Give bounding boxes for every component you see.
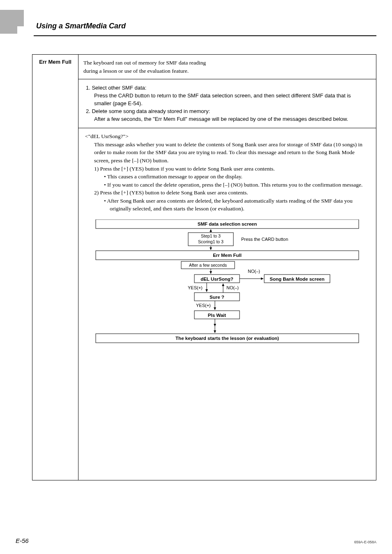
flow-yes-label-2: YES(+) [196, 302, 211, 309]
del-section-cell: <"dEL UsrSong?"> This message asks wheth… [78, 128, 376, 480]
solution-2-lead: 2. Delete some song data already stored … [86, 108, 369, 115]
flow-bottom-box: The keyboard starts the lesson (or evalu… [96, 335, 359, 342]
del-step-2: 2) Press the [+] (YES) button to delete … [85, 189, 371, 197]
error-desc-line-1: The keyboard ran out of memory for SMF d… [83, 59, 371, 67]
error-desc-line-2: during a lesson or use of the evaluation… [83, 67, 371, 75]
main-content: Err Mem Full The keyboard ran out of mem… [32, 54, 376, 480]
error-description-cell: The keyboard ran out of memory for SMF d… [78, 55, 376, 79]
solution-1-body: Press the CARD button to return to the S… [86, 92, 369, 108]
del-bullet-1b: • If you want to cancel the delete opera… [85, 181, 371, 189]
solution-cell: 1. Select other SMF data: Press the CARD… [78, 79, 376, 128]
page-number: E-56 [16, 537, 29, 544]
del-step-1: 1) Press the [+] (YES) button if you wan… [85, 165, 371, 173]
document-id: 659A-E-058A [354, 540, 376, 544]
flow-steps-box: Step1 to 3 Scoring1 to 3 [188, 233, 233, 245]
error-name-cell: Err Mem Full [32, 55, 78, 480]
del-lead: <"dEL UsrSong?"> [85, 132, 371, 141]
flow-after-box: After a few seconds [181, 262, 235, 268]
flow-no-label-2: NO(–) [226, 285, 239, 291]
flow-err-box: Err Mem Full [96, 252, 359, 259]
error-name: Err Mem Full [39, 59, 71, 65]
header-ornament-inset [17, 26, 34, 43]
page-footer: E-56 659A-E-058A [16, 537, 376, 544]
flow-scoring: Scoring1 to 3 [188, 239, 233, 245]
flowchart: SMF data selection screen Step1 to 3 Sco… [83, 219, 371, 476]
solution-1-lead: 1. Select other SMF data: [86, 84, 369, 92]
flow-press-card: Press the CARD button [241, 236, 288, 243]
flow-pls-box: Pls Wait [194, 312, 240, 319]
flow-yes-label-1: YES(+) [188, 285, 203, 291]
del-bullet-1a: • This causes a confirmation message to … [85, 173, 371, 181]
flow-songbank-box: Song Bank Mode screen [264, 276, 330, 283]
flow-step1: Step1 to 3 [188, 233, 233, 239]
solution-2-body: After a few seconds, the "Err Mem Full" … [86, 115, 369, 123]
page-header: Using a SmartMedia Card [0, 0, 392, 34]
page-title: Using a SmartMedia Card [36, 22, 126, 30]
header-rule [33, 35, 376, 36]
error-table: Err Mem Full The keyboard ran out of mem… [32, 54, 376, 480]
flow-del-box: dEL UsrSong? [194, 276, 240, 283]
del-para: This message asks whether you want to de… [85, 141, 371, 165]
flow-sure-box: Sure ? [194, 294, 240, 301]
flow-top-box: SMF data selection screen [96, 221, 359, 228]
flow-no-label-1: NO(–) [248, 268, 260, 275]
del-bullet-2a: • After Song Bank user area contents are… [85, 197, 371, 213]
